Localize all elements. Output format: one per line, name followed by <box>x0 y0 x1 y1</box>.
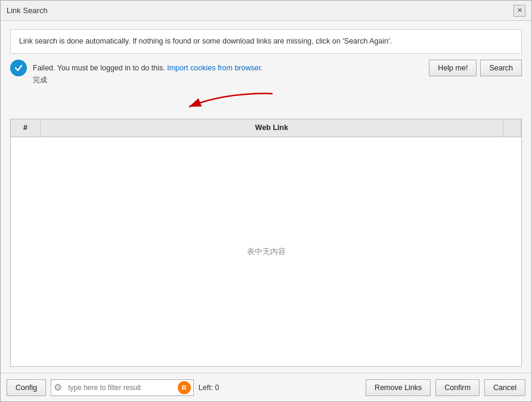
remove-links-button[interactable]: Remove Links <box>366 379 431 396</box>
help-button[interactable]: Help me! <box>429 60 477 76</box>
col-num-header: # <box>11 119 41 137</box>
status-check-icon <box>10 60 27 76</box>
info-text: Link search is done automatically. If no… <box>19 37 392 45</box>
status-row: Failed. You must be logged in to do this… <box>10 60 522 76</box>
arrow-area <box>10 91 522 113</box>
main-window: Link Search ✕ Link search is done automa… <box>0 0 532 402</box>
filter-input[interactable] <box>68 384 175 392</box>
config-button[interactable]: Config <box>7 379 46 396</box>
status-buttons: Help me! Search <box>429 60 522 76</box>
info-box: Link search is done automatically. If no… <box>10 29 522 54</box>
col-link-header: Web Link <box>41 119 503 137</box>
status-message: Failed. You must be logged in to do this… <box>33 64 423 72</box>
table-header: # Web Link <box>11 119 521 137</box>
confirm-button[interactable]: Confirm <box>435 379 480 396</box>
import-link-text[interactable]: Import cookies from browser. <box>167 64 262 72</box>
table-empty-state: 表中无内容 <box>11 137 521 366</box>
window-title: Link Search <box>7 6 48 15</box>
search-button[interactable]: Search <box>480 60 522 76</box>
r-badge: R <box>178 381 191 394</box>
left-count: Left: 0 <box>199 384 219 392</box>
arrow-annotation <box>106 89 273 113</box>
filter-gear-icon: ⚙ <box>54 382 66 394</box>
main-content: Link search is done automatically. If no… <box>1 21 531 373</box>
title-bar: Link Search ✕ <box>1 1 531 21</box>
cancel-button[interactable]: Cancel <box>484 379 525 396</box>
filter-input-wrap: ⚙ R <box>51 379 194 396</box>
empty-text: 表中无内容 <box>247 246 286 257</box>
complete-label: 完成 <box>33 75 522 85</box>
status-prefix: Failed. You must be logged in to do this… <box>33 64 165 72</box>
results-table: # Web Link 表中无内容 <box>10 119 522 367</box>
close-button[interactable]: ✕ <box>514 5 525 17</box>
col-action-header <box>503 119 521 137</box>
bottom-bar: Config ⚙ R Left: 0 Remove Links Confirm … <box>1 373 531 401</box>
